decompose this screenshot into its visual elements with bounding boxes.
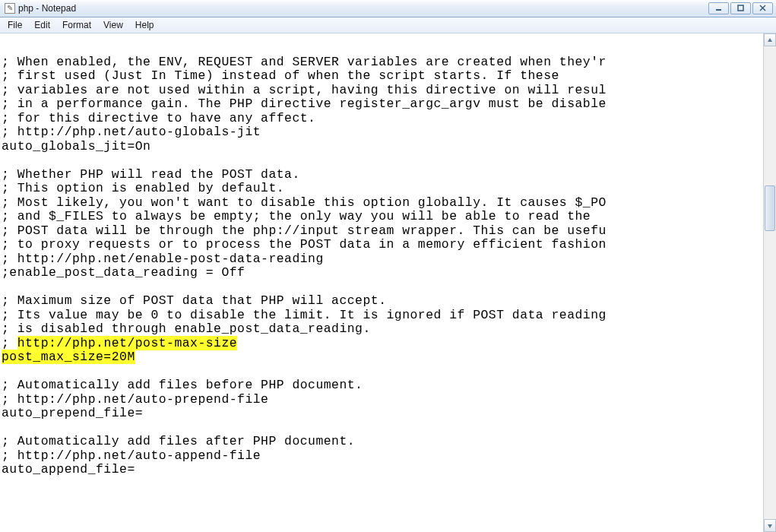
menu-format[interactable]: Format <box>56 18 97 32</box>
title-left: ✎ php - Notepad <box>5 3 76 14</box>
title-bar: ✎ php - Notepad <box>0 0 776 17</box>
scroll-up-button[interactable] <box>764 33 776 46</box>
menu-file[interactable]: File <box>2 18 28 32</box>
window-title: php - Notepad <box>18 3 76 14</box>
menu-edit[interactable]: Edit <box>28 18 56 32</box>
svg-rect-1 <box>738 5 743 11</box>
vertical-scrollbar[interactable] <box>763 33 776 532</box>
close-button[interactable] <box>752 2 773 14</box>
minimize-button[interactable] <box>708 2 729 14</box>
menu-help[interactable]: Help <box>129 18 160 32</box>
svg-marker-4 <box>768 38 772 42</box>
text-editor[interactable]: ; When enabled, the ENV, REQUEST and SER… <box>0 33 763 532</box>
app-icon: ✎ <box>5 3 15 14</box>
maximize-button[interactable] <box>730 2 751 14</box>
menu-bar: File Edit Format View Help <box>0 17 776 33</box>
svg-marker-5 <box>768 524 772 528</box>
menu-view[interactable]: View <box>97 18 129 32</box>
client-area: ; When enabled, the ENV, REQUEST and SER… <box>0 33 776 532</box>
scroll-down-button[interactable] <box>764 519 776 532</box>
window-buttons <box>708 2 773 14</box>
scroll-thumb[interactable] <box>765 185 775 231</box>
